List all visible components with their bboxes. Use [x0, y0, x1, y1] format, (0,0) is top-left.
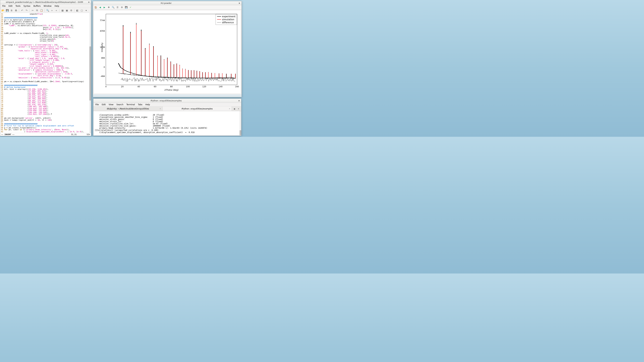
help-icon[interactable]: ▢: [80, 9, 84, 12]
close-icon[interactable]: ×: [238, 100, 240, 102]
plot-title: XU:powder: [94, 2, 238, 4]
xtick: 60: [154, 85, 156, 88]
menu-tabs[interactable]: Tabs: [136, 103, 144, 106]
copy-icon[interactable]: ⧉: [35, 9, 39, 12]
menu-buffers[interactable]: Buffers: [32, 4, 42, 8]
file-percent: 52%: [87, 134, 90, 136]
xtick: 100: [186, 85, 190, 88]
findnext-icon[interactable]: »: [50, 9, 54, 12]
ytick: 0: [98, 66, 106, 68]
plot-titlebar[interactable]: XU:powder ×: [93, 1, 242, 5]
terminal-menubar: File Edit View Search Terminal Tabs Help: [93, 103, 241, 106]
tab-label: dk@pinky: ~/Nextcloud/devel/xrayutilitie…: [107, 108, 149, 110]
tag-icon[interactable]: ◧: [76, 9, 79, 12]
xtick: 160: [235, 85, 239, 88]
separator: [59, 9, 60, 12]
saveall-icon[interactable]: 🗎: [10, 9, 13, 12]
menu-window[interactable]: Window: [42, 4, 53, 8]
terminal-window: IPython: xrayutilities/examples × File E…: [93, 98, 241, 136]
line-number-gutter: 31 32 33 34 35 36 37 38 39 40 41 42 43 4…: [0, 13, 4, 133]
code-area[interactable]: unpack=True) ###########################…: [4, 13, 91, 133]
tab-close-icon[interactable]: ×: [229, 108, 230, 110]
tab-menu-icon[interactable]: ▾: [237, 107, 240, 110]
xtick: 140: [219, 85, 222, 88]
separator: [30, 9, 30, 12]
scrollbar-thumb[interactable]: [89, 46, 91, 100]
findprev-icon[interactable]: «: [55, 9, 58, 12]
menu-view[interactable]: View: [107, 103, 115, 106]
plot-canvas[interactable]: 7744 4356 1936 484 0 -484 0 20 40 60 80 …: [94, 10, 240, 93]
ytick: 7744: [98, 19, 106, 22]
home-icon[interactable]: 🏠: [94, 6, 97, 9]
print-icon[interactable]: 🖶: [14, 9, 18, 12]
terminal-scrollbar[interactable]: [240, 111, 241, 136]
save-icon[interactable]: 💾: [6, 9, 9, 12]
terminal-tab-ipython[interactable]: IPython: xrayutilities/examples ×: [162, 106, 232, 111]
menu-file[interactable]: File: [94, 103, 100, 106]
close-icon[interactable]: ×: [238, 2, 240, 4]
ytick: -484: [98, 75, 106, 78]
ytick: 484: [98, 57, 106, 59]
xtick: 0: [105, 85, 106, 88]
plot-window: XU:powder × 🏠 ◀ ▶ ✥ 🔍 ☰ ⚙ 💾 ✓ 7744 4356 …: [93, 1, 242, 97]
gvim-statusbar: -- INSERT -- 31,31 52%: [0, 133, 91, 136]
xtick: 80: [170, 85, 173, 88]
menu-file[interactable]: File: [1, 4, 7, 8]
gvim-menubar: File Edit Tools Syntax Buffers Window He…: [0, 4, 91, 8]
make-icon[interactable]: ⚙: [70, 9, 73, 12]
plot-status-strip: [93, 94, 242, 97]
zoom-icon[interactable]: 🔍: [112, 6, 114, 9]
matplotlib-toolbar: 🏠 ◀ ▶ ✥ 🔍 ☰ ⚙ 💾 ✓: [93, 5, 242, 10]
terminal-body[interactable]: classoptions_window_width: 20 (fixed) cl…: [93, 111, 241, 136]
back-icon[interactable]: ◀: [99, 6, 102, 9]
xtick: 120: [202, 85, 206, 88]
redo-icon[interactable]: ↷: [25, 9, 28, 12]
open-icon[interactable]: 📂: [1, 9, 4, 12]
cut-icon[interactable]: ✂: [31, 9, 34, 12]
terminal-tabstrip: dk@pinky: ~/Nextcloud/devel/xrayutilitie…: [93, 106, 241, 111]
session-icon[interactable]: ▦: [61, 9, 64, 12]
close-icon[interactable]: ×: [88, 1, 90, 3]
paste-icon[interactable]: 📋: [40, 9, 43, 12]
gvim-scrollbar[interactable]: [89, 13, 91, 133]
configure-icon[interactable]: ☰: [116, 6, 119, 9]
gvim-editor[interactable]: 31 32 33 34 35 36 37 38 39 40 41 42 43 4…: [0, 13, 91, 133]
undo-icon[interactable]: ↶: [20, 9, 24, 12]
terminal-tab-shell[interactable]: dk@pinky: ~/Nextcloud/devel/xrayutilitie…: [93, 106, 162, 111]
tab-label: IPython: xrayutilities/examples: [182, 108, 212, 110]
save-icon[interactable]: 💾: [125, 6, 128, 9]
terminal-output: classoptions_window_width: 20 (fixed) cl…: [95, 114, 207, 134]
menu-edit[interactable]: Edit: [100, 103, 107, 106]
cursor-position: 31,31: [71, 134, 76, 136]
new-tab-icon[interactable]: ◼: [233, 107, 236, 110]
plot-axes[interactable]: 7744 4356 1936 484 0 -484 0 20 40 60 80 …: [106, 14, 237, 85]
menu-help[interactable]: Help: [53, 4, 60, 8]
menu-help[interactable]: Help: [144, 103, 151, 106]
gvim-title: simpack_powdermodel.py (~/Nextcloud/deve…: [1, 1, 88, 3]
subplots-icon[interactable]: ⚙: [120, 6, 123, 9]
menu-search[interactable]: Search: [115, 103, 125, 106]
menu-terminal[interactable]: Terminal: [125, 103, 136, 106]
menu-syntax[interactable]: Syntax: [22, 4, 32, 8]
gvim-titlebar[interactable]: simpack_powdermodel.py (~/Nextcloud/deve…: [0, 0, 91, 4]
xtick: 40: [138, 85, 140, 88]
separator: [74, 9, 74, 12]
find-icon[interactable]: 🔍: [46, 9, 49, 12]
dropdown-icon[interactable]: ▾: [84, 9, 88, 12]
y-axis-label: Intensity: [101, 42, 103, 52]
x-axis-label: 2Theta (deg): [164, 89, 178, 91]
terminal-titlebar[interactable]: IPython: xrayutilities/examples ×: [93, 99, 241, 103]
gvim-toolbar: 📂 💾 🗎 🖶 ↶ ↷ ✂ ⧉ 📋 🔍 » « ▦ ▣ ⚙ ◧ ▢ ▾: [0, 8, 91, 13]
ytick: 4356: [98, 30, 106, 32]
menu-tools[interactable]: Tools: [14, 4, 22, 8]
scrollbar-thumb[interactable]: [240, 130, 241, 135]
menu-edit[interactable]: Edit: [7, 4, 14, 8]
terminal-title: IPython: xrayutilities/examples: [94, 100, 238, 102]
pan-icon[interactable]: ✥: [108, 6, 110, 9]
check-icon[interactable]: ✓: [129, 6, 132, 9]
forward-icon[interactable]: ▶: [103, 6, 106, 9]
runscript-icon[interactable]: ▣: [65, 9, 68, 12]
plot-data-svg: [106, 14, 237, 85]
tab-close-icon[interactable]: ×: [160, 108, 161, 110]
vim-mode: -- INSERT --: [1, 134, 14, 136]
